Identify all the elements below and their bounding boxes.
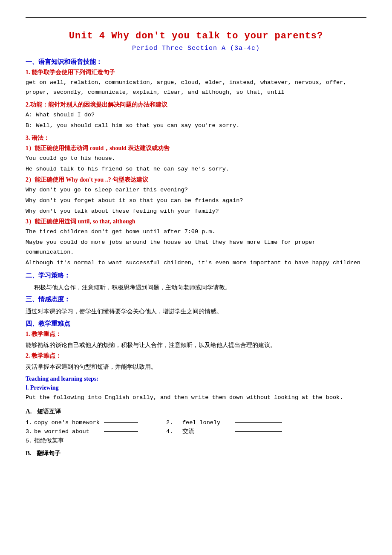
item1-label: 1. 能争取学会使用下列词汇造句子 xyxy=(26,69,366,76)
row1-col2-blank xyxy=(235,422,282,423)
part-a: A. 短语互译 1. copy one's homework 2. feel l… xyxy=(26,406,366,445)
section3: 三、情感态度： 通过对本课的学习，使学生们懂得要学会关心他人，增进学生之间的情感… xyxy=(26,295,366,317)
row2-num: 3. xyxy=(26,428,34,435)
row1-blank xyxy=(104,422,138,423)
section2-heading: 二、学习策略： xyxy=(26,272,366,280)
step1-body: Put the following into English orally, a… xyxy=(26,393,366,403)
part-b-label: B. xyxy=(26,450,32,457)
subtitle: Period Three Section A (3a-4c) xyxy=(26,45,366,52)
item3-sub2-body1: Why don't you go to sleep earlier this e… xyxy=(26,185,366,195)
section1-heading: 一、语言知识和语音技能： xyxy=(26,58,366,66)
row2-col2-text: 交流 xyxy=(182,428,233,435)
row3-blank xyxy=(104,441,138,441)
row3-text: 拒绝做某事 xyxy=(34,437,102,445)
section2-body: 积极与他人合作，注意倾听，积极思考遇到问题，主动向老师或同学请教。 xyxy=(34,282,366,293)
item3-sub3-body1: The tired children don't get home until … xyxy=(26,227,366,237)
row2-col2-num: 4. xyxy=(157,428,182,435)
section4: 四、教学重难点 1. 教学重点： 能够熟练的谈论自己或他人的烦恼，积极与让人合作… xyxy=(26,320,366,372)
item3-sub2-label: 2）能正确使用 Why don't you ..? 句型表达建议 xyxy=(26,176,366,184)
row1-col2-num: 2. xyxy=(157,419,182,426)
section2: 二、学习策略： 积极与他人合作，注意倾听，积极思考遇到问题，主动向老师或同学请教… xyxy=(26,272,366,293)
row1-col2-text: feel lonely xyxy=(182,419,233,426)
teaching-steps-heading: Teaching and learning steps: xyxy=(26,376,366,382)
row3-num: 5. xyxy=(26,438,34,444)
teaching-steps: Teaching and learning steps: Ⅰ. Previewi… xyxy=(26,376,366,460)
item3-sub2-body2: Why don't you forget about it so that yo… xyxy=(26,196,366,206)
item2-body2: B: Well, you should call him so that you… xyxy=(26,121,366,131)
section4-item1-body: 能够熟练的谈论自己或他人的烦恼，积极与让人合作，注意倾听，以及给他人提出合理的建… xyxy=(26,340,366,350)
section3-body: 通过对本课的学习，使学生们懂得要学会关心他人，增进学生之间的情感。 xyxy=(26,306,366,317)
section4-item1-label: 1. 教学重点： xyxy=(26,330,366,338)
part-a-label: A. xyxy=(26,408,32,415)
row2-text: be worried about xyxy=(34,428,102,435)
section3-heading: 三、情感态度： xyxy=(26,295,366,304)
row2-col2-blank xyxy=(235,431,282,432)
step1-label: Ⅰ. Previewing xyxy=(26,384,366,391)
section1: 一、语言知识和语音技能： 1. 能争取学会使用下列词汇造句子 get on we… xyxy=(26,58,366,268)
part-b: B. 翻译句子 xyxy=(26,448,366,460)
item3-sub3-body3: Although it's normal to want successful … xyxy=(26,258,366,268)
item2-label: 2.功能：能针对别人的困境提出解决问题的办法和建议 xyxy=(26,101,366,109)
item3-sub1-label: 1）能正确使用情态动词 could，should 表达建议或劝告 xyxy=(26,145,366,152)
item3-label: 3. 语法： xyxy=(26,134,366,142)
part-b-title: 翻译句子 xyxy=(37,448,61,459)
item3-sub3-body2: Maybe you could do more jobs around the … xyxy=(26,238,366,257)
item1-body: get on well, relation, communication, ar… xyxy=(26,78,366,98)
item3-sub1-body2: He should talk to his friend so that he … xyxy=(26,165,366,174)
item2-body1: A: What should I do? xyxy=(26,110,366,120)
item3-sub3-label: 3）能正确使用连词 until, so that, although xyxy=(26,218,366,225)
part-a-title: 短语互译 xyxy=(37,406,61,417)
main-title: Unit 4 Why don't you talk to your parent… xyxy=(26,31,366,41)
item3-sub2-body3: Why don't you talk about these feeling w… xyxy=(26,207,366,217)
row1-num: 1. xyxy=(26,419,34,426)
section4-heading: 四、教学重难点 xyxy=(26,320,366,328)
section4-item2-label: 2. 教学难点： xyxy=(26,352,366,360)
top-divider xyxy=(26,17,366,18)
section4-item2-body: 灵活掌握本课遇到的句型和短语，并能学以致用。 xyxy=(26,361,366,372)
item3-sub1-body1: You could go to his house. xyxy=(26,154,366,164)
row1-text: copy one's homework xyxy=(34,419,102,426)
row2-blank xyxy=(104,431,138,432)
